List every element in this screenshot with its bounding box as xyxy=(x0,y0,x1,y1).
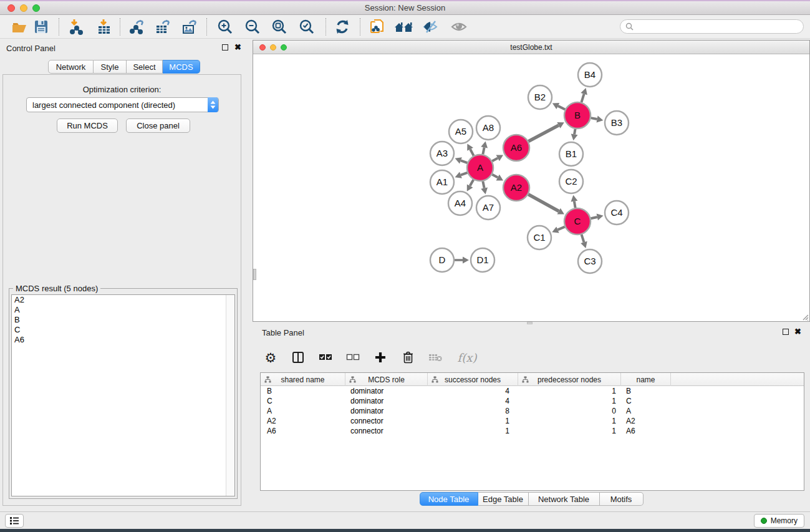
result-list-item[interactable]: B xyxy=(12,315,234,325)
export-image-icon[interactable] xyxy=(178,17,201,36)
memory-label: Memory xyxy=(771,516,798,525)
table-row[interactable]: Adominator80A xyxy=(261,406,804,416)
hierarchy-icon xyxy=(264,376,271,385)
column-header-name[interactable]: name xyxy=(621,373,671,386)
network-view-window: testGlobe.txt B4B2BB3A8A5A6A3B1AA1C2A2A4… xyxy=(253,40,810,322)
table-cell: 1 xyxy=(518,416,621,426)
edge-B-B2[interactable] xyxy=(558,106,565,110)
zoom-in-icon[interactable] xyxy=(214,17,236,36)
edge-A6-B[interactable] xyxy=(528,125,559,142)
edge-B-B1[interactable] xyxy=(574,129,575,135)
edge-A-A2[interactable] xyxy=(492,175,498,178)
mcds-result-list[interactable]: A2ABCA6 xyxy=(11,294,235,496)
window-title: Session: New Session xyxy=(0,3,810,12)
edge-A2-C[interactable] xyxy=(528,195,559,211)
table-panel-float-icon[interactable] xyxy=(783,329,789,335)
close-panel-button[interactable]: Close panel xyxy=(126,118,190,133)
horizontal-splitter-grip[interactable] xyxy=(527,322,533,324)
panel-collapse-handle[interactable] xyxy=(253,269,256,280)
table-row[interactable]: Cdominator41C xyxy=(261,396,804,406)
table-cell: C xyxy=(621,396,671,406)
show-columns-icon[interactable] xyxy=(289,348,307,367)
delete-icon[interactable] xyxy=(398,348,417,367)
table-settings-icon[interactable]: ⚙ xyxy=(261,348,280,367)
control-panel-close-icon[interactable]: ✖ xyxy=(234,44,241,51)
export-table-icon[interactable] xyxy=(152,17,174,36)
hierarchy-icon xyxy=(522,376,529,385)
tab-motifs[interactable]: Motifs xyxy=(600,492,644,506)
network-graph[interactable]: B4B2BB3A8A5A6A3B1AA1C2A2A4A7C4CC1C3DD1 xyxy=(253,54,809,321)
edge-A-A7[interactable] xyxy=(483,181,484,188)
edge-C-C3[interactable] xyxy=(582,235,584,242)
resize-grip-icon[interactable] xyxy=(801,312,809,321)
tab-network-table[interactable]: Network Table xyxy=(529,492,600,506)
edge-arrowhead xyxy=(571,134,578,141)
table-header-row: shared nameMCDS rolesuccessor nodesprede… xyxy=(261,373,804,386)
save-session-icon[interactable] xyxy=(30,17,52,36)
edge-B-B4[interactable] xyxy=(581,94,584,102)
duplicate-network-icon[interactable] xyxy=(366,17,388,36)
result-list-item[interactable]: C xyxy=(12,325,234,335)
edge-C-C2[interactable] xyxy=(574,201,576,208)
result-list-item[interactable]: A2 xyxy=(12,295,234,305)
edge-A-A4[interactable] xyxy=(470,180,474,186)
table-panel-title: Table Panel xyxy=(262,328,304,337)
add-column-icon[interactable] xyxy=(371,348,390,367)
criterion-dropdown[interactable]: largest connected component (directed) xyxy=(26,97,219,112)
task-history-button[interactable] xyxy=(5,514,24,528)
first-neighbors-icon[interactable] xyxy=(393,17,415,36)
edge-A-A5[interactable] xyxy=(470,149,474,155)
result-list-item[interactable]: A6 xyxy=(12,335,234,345)
edge-B-B3[interactable] xyxy=(591,118,597,119)
table-row[interactable]: A6connector11A6 xyxy=(261,426,804,436)
result-list-item[interactable]: A xyxy=(12,305,234,315)
column-header-mcds-role[interactable]: MCDS role xyxy=(345,373,428,386)
graph-node-label: A2 xyxy=(511,182,522,193)
tab-mcds[interactable]: MCDS xyxy=(163,60,200,74)
open-session-icon[interactable] xyxy=(8,17,31,36)
zoom-fit-icon[interactable] xyxy=(268,17,291,36)
edge-A-A8[interactable] xyxy=(483,147,484,154)
select-all-icon[interactable] xyxy=(316,348,335,367)
result-list-scrollbar[interactable] xyxy=(226,295,234,496)
zoom-selected-icon[interactable] xyxy=(296,17,318,36)
table-cell: 1 xyxy=(518,396,621,406)
control-panel-float-icon[interactable] xyxy=(222,44,228,51)
edge-A-A3[interactable] xyxy=(461,160,467,163)
import-table-icon[interactable] xyxy=(93,17,115,36)
deselect-all-icon[interactable] xyxy=(344,348,362,367)
edge-A-A6[interactable] xyxy=(492,158,498,161)
column-header-successor-nodes[interactable]: successor nodes xyxy=(428,373,518,386)
import-network-icon[interactable] xyxy=(65,17,87,36)
refresh-icon[interactable] xyxy=(331,17,354,36)
node-table[interactable]: shared nameMCDS rolesuccessor nodesprede… xyxy=(260,372,804,491)
tab-node-table[interactable]: Node Table xyxy=(420,492,478,506)
memory-button[interactable]: Memory xyxy=(754,514,804,528)
search-field[interactable] xyxy=(620,19,804,34)
hide-selected-icon[interactable] xyxy=(420,17,442,36)
export-network-icon[interactable] xyxy=(125,17,148,36)
edge-C-C1[interactable] xyxy=(557,227,564,230)
edge-A-A1[interactable] xyxy=(461,173,467,175)
column-header-predecessor-nodes[interactable]: predecessor nodes xyxy=(518,373,621,386)
search-input[interactable] xyxy=(634,22,803,31)
run-mcds-button[interactable]: Run MCDS xyxy=(57,118,118,133)
toolbar-separator xyxy=(206,18,207,36)
show-all-icon[interactable] xyxy=(448,17,470,36)
table-panel: Table Panel ✖ ⚙ xyxy=(253,325,810,511)
edge-arrowhead xyxy=(597,214,604,221)
table-row[interactable]: A2connector11A2 xyxy=(261,416,804,426)
table-cell: 1 xyxy=(518,386,621,396)
edge-C-C4[interactable] xyxy=(591,217,597,218)
network-canvas[interactable]: B4B2BB3A8A5A6A3B1AA1C2A2A4A7C4CC1C3DD1 xyxy=(253,54,809,321)
column-header-shared-name[interactable]: shared name xyxy=(261,373,345,386)
tab-style[interactable]: Style xyxy=(94,60,127,74)
zoom-out-icon[interactable] xyxy=(241,17,264,36)
graph-node-label: A xyxy=(477,162,483,173)
table-row[interactable]: Bdominator41B xyxy=(261,386,804,396)
network-window-titlebar[interactable]: testGlobe.txt xyxy=(253,41,809,54)
tab-edge-table[interactable]: Edge Table xyxy=(478,492,529,506)
tab-network[interactable]: Network xyxy=(48,60,94,74)
table-panel-close-icon[interactable]: ✖ xyxy=(794,329,801,335)
tab-select[interactable]: Select xyxy=(127,60,163,74)
